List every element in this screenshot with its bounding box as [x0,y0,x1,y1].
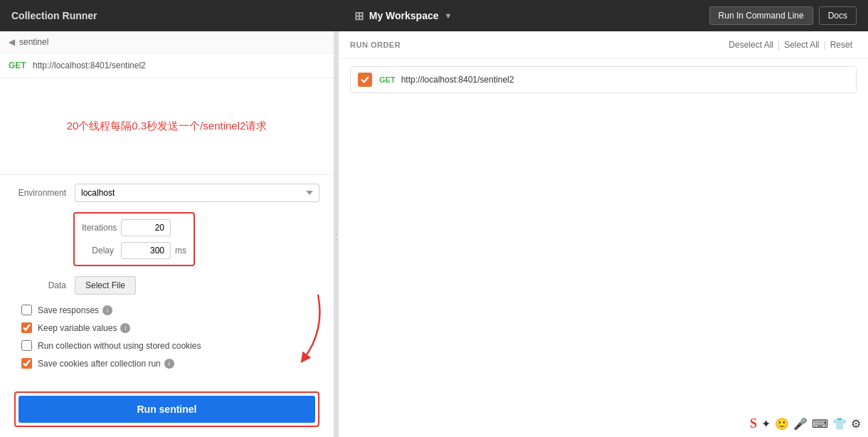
request-preview: GET http://localhost:8401/sentinel2 [0,53,334,78]
reset-button[interactable]: Reset [826,38,857,51]
sentinel-header-label: sentinel [19,37,48,47]
save-cookies-checkbox[interactable] [21,358,32,369]
select-all-button[interactable]: Select All [780,38,823,51]
keep-variable-info-icon[interactable]: i [120,323,130,333]
status-bar: S ✦ 🙂 🎤 ⌨ 👕 ⚙ [750,416,861,431]
run-item: GET http://localhost:8401/sentinel2 [350,66,857,93]
run-sentinel-box: Run sentinel [14,391,319,427]
save-cookies-label: Save cookies after collection run [38,359,161,369]
run-order-header: RUN ORDER Deselect All | Select All | Re… [339,31,868,59]
run-sentinel-button[interactable]: Run sentinel [18,396,315,423]
delay-unit: ms [175,246,186,256]
save-responses-row: Save responses i [14,305,319,315]
shirt-icon[interactable]: 👕 [832,417,847,431]
right-panel: RUN ORDER Deselect All | Select All | Re… [339,31,868,437]
request-url: http://localhost:8401/sentinel2 [33,60,146,70]
environment-label: Environment [14,188,75,198]
back-arrow-icon: ◀ [9,37,15,47]
note-area: 20个线程每隔0.3秒发送一个/sentinel2请求 [0,78,334,174]
topbar-actions: Run In Command Line Docs [709,6,857,25]
topbar: Collection Runner ⊞ My Workspace ▼ Run I… [0,0,868,31]
deselect-all-button[interactable]: Deselect All [724,38,778,51]
request-method: GET [9,60,26,70]
save-responses-label: Save responses [38,305,99,315]
save-responses-checkbox[interactable] [21,305,32,315]
run-item-checkbox[interactable] [358,73,372,87]
iterations-delay-box: Iterations 20 Delay 300 ms [73,212,195,266]
workspace-label: My Workspace [369,10,439,21]
run-button-container: Run sentinel [0,384,334,437]
run-no-cookies-label: Run collection without using stored cook… [38,341,201,351]
run-order-title: RUN ORDER [350,41,401,49]
delay-label: Delay [82,246,121,256]
run-no-cookies-checkbox[interactable] [21,340,32,351]
run-item-url: http://localhost:8401/sentinel2 [401,75,514,85]
docs-button[interactable]: Docs [819,6,857,25]
workspace-selector[interactable]: ⊞ My Workspace ▼ [354,9,452,23]
data-row: Data Select File [14,276,319,295]
select-file-button[interactable]: Select File [75,276,136,295]
run-no-cookies-row: Run collection without using stored cook… [14,340,319,351]
keep-variable-label: Keep variable values [38,323,117,333]
iterations-input[interactable]: 20 [121,219,171,236]
keep-variable-checkbox[interactable] [21,322,32,333]
app-title: Collection Runner [11,10,97,21]
data-label: Data [14,280,75,290]
delay-input[interactable]: 300 [121,242,171,259]
save-cookies-info-icon[interactable]: i [164,359,174,369]
s-icon[interactable]: S [750,416,757,431]
environment-row: Environment localhost [14,184,319,202]
run-list: GET http://localhost:8401/sentinel2 [339,59,868,105]
main-layout: ◀ sentinel GET http://localhost:8401/sen… [0,31,868,437]
config-area: Environment localhost Iterations 20 Dela… [0,174,334,384]
mic-icon[interactable]: 🎤 [793,417,808,431]
grid-icon: ⊞ [354,9,364,23]
save-cookies-row: Save cookies after collection run i [14,358,319,369]
star-icon[interactable]: ✦ [761,417,771,431]
run-item-method: GET [379,75,396,84]
run-order-actions: Deselect All | Select All | Reset [724,38,857,51]
keep-variable-row: Keep variable values i [14,322,319,333]
iterations-row: Iterations 20 [82,219,186,236]
note-text: 20个线程每隔0.3秒发送一个/sentinel2请求 [67,120,268,133]
save-responses-info-icon[interactable]: i [102,305,112,315]
emoji-icon[interactable]: 🙂 [775,417,789,431]
iterations-label: Iterations [82,223,121,233]
run-command-line-button[interactable]: Run In Command Line [709,6,813,25]
delay-row: Delay 300 ms [82,242,186,259]
sentinel-header: ◀ sentinel [0,31,334,53]
check-icon [361,75,369,84]
keyboard-icon[interactable]: ⌨ [812,417,828,431]
left-panel: ◀ sentinel GET http://localhost:8401/sen… [0,31,334,437]
environment-select[interactable]: localhost [75,184,319,202]
chevron-down-icon: ▼ [445,11,452,20]
settings-icon[interactable]: ⚙ [851,417,861,431]
